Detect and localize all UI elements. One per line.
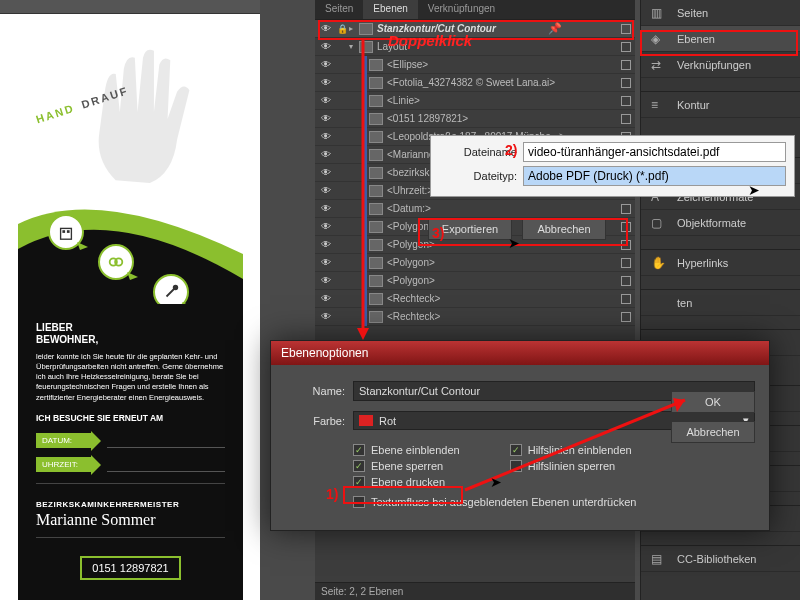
layer-options-dialog: Ebenenoptionen Name: Farbe:Rot▾ ✓Ebene e… [270, 340, 770, 531]
body-text: leider konnte ich Sie heute für die gepl… [36, 352, 225, 403]
chk-print-layer[interactable]: ✓Ebene drucken [353, 476, 460, 488]
rp-ebenen[interactable]: ◈Ebenen [641, 26, 800, 52]
layer-subitem[interactable]: 👁<Ellipse> [315, 56, 635, 74]
ok-button[interactable]: OK [671, 391, 755, 413]
panel-status: Seite: 2, 2 Ebenen [315, 582, 635, 600]
disclosure-icon[interactable]: ▸ [349, 24, 359, 33]
layer-subitem[interactable]: 👁<Polygon> [315, 254, 635, 272]
phone-box: 0151 12897821 [80, 556, 180, 580]
layer-row-cutcontour[interactable]: 👁 🔒 ▸ Stanzkontur/Cut Contour 📌 [315, 20, 635, 38]
layer-subitem[interactable]: 👁<Datum:> [315, 200, 635, 218]
panel-tab-verknuepfungen[interactable]: Verknüpfungen [418, 0, 505, 19]
resident-heading: LIEBER BEWOHNER, [36, 322, 225, 346]
layer-subitem[interactable]: 👁<Fotolia_43274382 © Sweet Lana.ai> [315, 74, 635, 92]
layer-row-layout[interactable]: 👁 ▾ Layout [315, 38, 635, 56]
layer-subitem[interactable]: 👁<0151 12897821> [315, 110, 635, 128]
hand-graphic [73, 44, 213, 194]
dialog-title: Ebenenoptionen [271, 341, 769, 365]
filename-input[interactable] [523, 142, 786, 162]
chk-textwrap[interactable]: Textumfluss bei ausgeblendeten Ebenen un… [353, 496, 755, 508]
rp-hyperlinks[interactable]: ✋Hyperlinks [641, 250, 800, 276]
layer-subitem[interactable]: 👁<Polygon> [315, 272, 635, 290]
export-filename-box: Dateiname Dateityp: [430, 135, 795, 197]
rp-objekt[interactable]: ▢Objektformate [641, 210, 800, 236]
cancel-button[interactable]: Abbrechen [671, 421, 755, 443]
lock-icon[interactable]: 🔒 [335, 24, 349, 34]
layer-subitem[interactable]: 👁<Rechteck> [315, 290, 635, 308]
layer-subitem[interactable]: 👁<Linie> [315, 92, 635, 110]
chk-show-layer[interactable]: ✓Ebene einblenden [353, 444, 460, 456]
door-hanger-doc: HAND DRAUF LIEBER BEWOHNER, leider konnt… [18, 14, 243, 600]
rp-seiten[interactable]: ▥Seiten [641, 0, 800, 26]
export-button[interactable]: Exportieren [428, 218, 512, 240]
visibility-icon[interactable]: 👁 [317, 23, 335, 34]
rp-trunc1[interactable]: ten [641, 290, 800, 316]
rp-cc[interactable]: ▤CC-Bibliotheken [641, 546, 800, 572]
chk-lock-guides[interactable]: Hilfslinien sperren [510, 460, 632, 472]
ruler [0, 0, 260, 14]
pushpin-icon[interactable]: 📌 [548, 22, 562, 35]
meister-name: Marianne Sommer [36, 511, 225, 529]
rp-verknuepfungen[interactable]: ⇄Verknüpfungen [641, 52, 800, 78]
export-cancel-button[interactable]: Abbrechen [522, 218, 606, 240]
visit-heading: ICH BESUCHE SIE ERNEUT AM [36, 413, 225, 423]
svg-rect-2 [67, 230, 70, 233]
layer-subitem[interactable]: 👁<Rechteck> [315, 308, 635, 326]
panel-tab-ebenen[interactable]: Ebenen [363, 0, 417, 19]
icon-bubble-link [98, 244, 134, 280]
rp-kontur[interactable]: ≡Kontur [641, 92, 800, 118]
filetype-select[interactable] [523, 166, 786, 186]
document-canvas: HAND DRAUF LIEBER BEWOHNER, leider konnt… [0, 0, 260, 600]
icon-bubble-chimney [48, 214, 84, 250]
chk-show-guides[interactable]: ✓Hilfslinien einblenden [510, 444, 632, 456]
time-field: UHRZEIT: [36, 455, 225, 475]
panel-tab-seiten[interactable]: Seiten [315, 0, 363, 19]
date-field: DATUM: [36, 431, 225, 451]
svg-point-6 [173, 285, 178, 290]
chk-lock-layer[interactable]: ✓Ebene sperren [353, 460, 460, 472]
svg-rect-1 [62, 230, 65, 233]
meister-label: BEZIRKSKAMINKEHRERMEISTER [36, 500, 225, 509]
svg-rect-0 [61, 228, 72, 239]
